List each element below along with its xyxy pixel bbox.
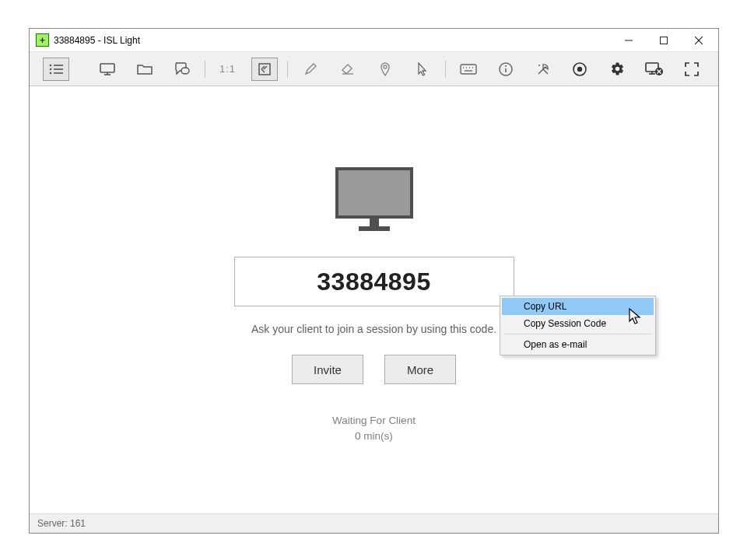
svg-point-8 (50, 72, 52, 74)
svg-rect-10 (100, 64, 114, 72)
end-session-icon[interactable] (641, 58, 668, 81)
marker-pin-icon[interactable] (372, 58, 398, 81)
svg-rect-40 (370, 219, 379, 226)
svg-point-30 (538, 65, 540, 66)
app-window: 33884895 - ISL Light 1:1 (29, 28, 719, 534)
app-icon (36, 33, 49, 47)
svg-point-4 (50, 64, 52, 66)
svg-point-18 (384, 65, 387, 68)
server-label: Server: 161 (37, 518, 86, 529)
svg-line-29 (543, 69, 548, 74)
svg-point-13 (181, 68, 189, 74)
monitor-icon[interactable] (94, 58, 121, 81)
session-code-box[interactable]: 33884895 (234, 257, 514, 306)
more-button[interactable]: More (384, 355, 456, 384)
record-icon[interactable] (567, 58, 594, 81)
eraser-icon[interactable] (335, 58, 361, 81)
monitor-illustration (30, 167, 718, 234)
title-bar: 33884895 - ISL Light (30, 29, 718, 51)
waiting-label: Waiting For Client (30, 413, 718, 429)
status-bar: Server: 161 (30, 513, 718, 533)
svg-rect-41 (359, 226, 390, 231)
minimize-button[interactable] (611, 29, 646, 51)
fullscreen-icon[interactable] (679, 58, 705, 81)
zoom-1to1-icon[interactable]: 1:1 (215, 58, 241, 81)
maximize-button[interactable] (646, 29, 681, 51)
close-button[interactable] (681, 29, 716, 51)
invite-button[interactable]: Invite (292, 355, 363, 384)
svg-rect-14 (259, 64, 270, 75)
svg-point-26 (505, 65, 507, 67)
session-code: 33884895 (317, 268, 430, 296)
status-text: Waiting For Client 0 min(s) (30, 413, 718, 444)
duration-label: 0 min(s) (30, 429, 718, 444)
svg-rect-1 (660, 37, 667, 44)
ctx-copy-url[interactable]: Copy URL (502, 298, 654, 315)
gear-icon[interactable] (604, 58, 630, 81)
ctx-separator (503, 334, 652, 334)
ctx-open-email[interactable]: Open as e-mail (502, 336, 654, 353)
chat-icon[interactable] (169, 58, 195, 81)
info-icon[interactable] (493, 58, 519, 81)
svg-rect-19 (461, 65, 476, 74)
list-icon[interactable] (43, 58, 69, 81)
keyboard-icon[interactable] (455, 58, 482, 81)
svg-point-6 (50, 68, 52, 70)
fit-icon[interactable] (251, 58, 278, 81)
folder-icon[interactable] (132, 58, 158, 81)
window-title: 33884895 - ISL Light (54, 35, 140, 46)
tools-icon[interactable] (530, 58, 556, 81)
ctx-copy-session-code[interactable]: Copy Session Code (502, 315, 654, 332)
pencil-icon[interactable] (297, 58, 324, 81)
pointer-icon[interactable] (409, 58, 436, 81)
toolbar: 1:1 (30, 51, 718, 86)
svg-point-32 (577, 66, 582, 71)
context-menu: Copy URL Copy Session Code Open as e-mai… (500, 296, 656, 355)
svg-rect-39 (337, 169, 412, 217)
